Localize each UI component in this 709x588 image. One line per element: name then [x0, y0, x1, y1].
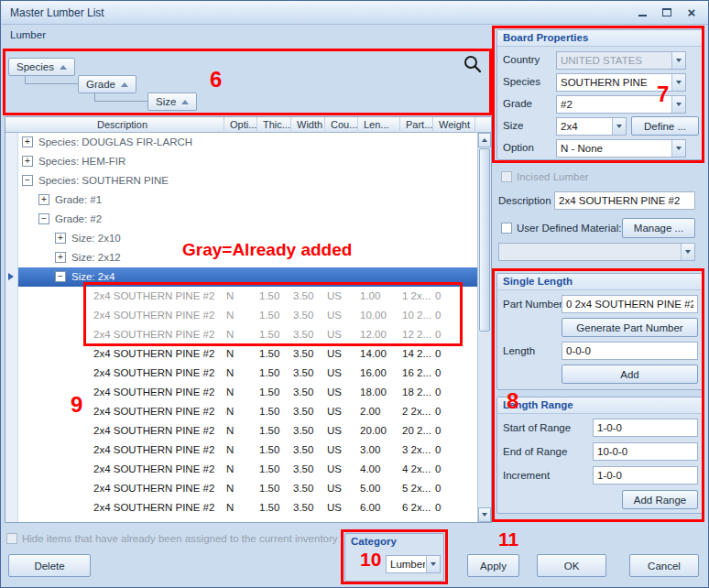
- combo-dropdown-button[interactable]: [671, 96, 685, 113]
- increment-field[interactable]: [593, 466, 698, 485]
- expand-icon[interactable]: +: [55, 233, 66, 244]
- length-range-group: Length Range Start of Range End of Range…: [496, 397, 704, 514]
- row-indicator: [5, 248, 18, 267]
- cancel-button[interactable]: Cancel: [629, 554, 699, 577]
- grade-combo[interactable]: #2: [556, 95, 686, 114]
- hide-assigned-items-checkbox[interactable]: Hide items that have already been assign…: [6, 533, 338, 544]
- category-group: Category Lumber: [344, 533, 444, 582]
- close-button[interactable]: ×: [681, 5, 703, 21]
- add-range-button[interactable]: Add Range: [622, 490, 698, 509]
- group-by-area[interactable]: SpeciesGradeSize: [5, 49, 492, 116]
- combo-dropdown-button[interactable]: [426, 556, 440, 572]
- delete-button[interactable]: Delete: [8, 554, 91, 577]
- apply-button[interactable]: Apply: [467, 554, 519, 577]
- tree-group-row[interactable]: −Grade: #2: [5, 210, 477, 229]
- tree-group-row[interactable]: −Species: SOUTHERN PINE: [5, 171, 477, 191]
- tree-group-row[interactable]: +Grade: #1: [5, 191, 477, 210]
- expand-icon[interactable]: +: [22, 156, 33, 167]
- table-row[interactable]: 2x4 SOUTHERN PINE #2N1.503.50US18.0018 2…: [5, 383, 477, 402]
- tree-group-row[interactable]: +Species: HEM-FIR: [5, 152, 477, 171]
- combo-dropdown-button[interactable]: [671, 140, 685, 157]
- group-by-chip-size[interactable]: Size: [147, 93, 197, 111]
- board-properties-title: Board Properties: [497, 30, 703, 47]
- ok-button[interactable]: OK: [537, 554, 606, 577]
- tree-group-row[interactable]: −Size: 2x4: [5, 267, 477, 287]
- species-combo[interactable]: SOUTHERN PINE: [556, 73, 686, 92]
- minimize-button[interactable]: [631, 5, 653, 21]
- table-row[interactable]: 2x4 SOUTHERN PINE #2N1.503.50US1.001 2x.…: [5, 287, 477, 306]
- expand-icon[interactable]: +: [55, 252, 66, 263]
- cell: 12 2...: [402, 329, 433, 340]
- chip-connector-line: [94, 93, 147, 102]
- group-by-chip-grade[interactable]: Grade: [78, 75, 136, 93]
- table-vertical-scrollbar[interactable]: [477, 133, 491, 522]
- table-row[interactable]: 2x4 SOUTHERN PINE #2N1.503.50US16.0016 2…: [5, 364, 477, 383]
- scrollbar-thumb[interactable]: [479, 148, 490, 332]
- combo-dropdown-button[interactable]: [671, 74, 685, 91]
- maximize-button[interactable]: [656, 5, 678, 21]
- table-row[interactable]: 2x4 SOUTHERN PINE #2N1.503.50US14.0014 2…: [5, 344, 477, 364]
- collapse-icon[interactable]: −: [55, 271, 66, 282]
- user-defined-material-checkbox[interactable]: User Defined Material:: [501, 223, 621, 234]
- row-indicator: [5, 267, 18, 287]
- expand-icon[interactable]: +: [38, 194, 49, 205]
- description-field[interactable]: [554, 191, 695, 210]
- search-icon[interactable]: [463, 54, 483, 74]
- cell: 0: [435, 425, 475, 436]
- column-header-len[interactable]: Len...: [360, 117, 400, 133]
- tree-group-row[interactable]: +Size: 2x12: [5, 248, 477, 267]
- table-row[interactable]: 2x4 SOUTHERN PINE #2N1.503.50US6.006 2x.…: [5, 498, 477, 517]
- table-row[interactable]: 2x4 SOUTHERN PINE #2N1.503.50US2.002 2x.…: [5, 402, 477, 421]
- expand-icon[interactable]: +: [22, 136, 33, 147]
- sort-ascending-icon: [181, 100, 189, 104]
- length-field[interactable]: [562, 342, 698, 360]
- tree-group-row[interactable]: +Species: DOUGLAS FIR-LARCH: [5, 133, 477, 152]
- country-combo[interactable]: UNITED STATES: [556, 51, 686, 70]
- cell: N: [226, 483, 257, 494]
- part-number-field[interactable]: [562, 295, 698, 313]
- combo-dropdown-button[interactable]: [671, 52, 685, 69]
- generate-part-number-button[interactable]: Generate Part Number: [562, 318, 698, 337]
- column-header-cou[interactable]: Cou...: [327, 117, 358, 133]
- add-button[interactable]: Add: [562, 365, 698, 384]
- manage-button[interactable]: Manage ...: [622, 218, 695, 238]
- user-defined-material-combo[interactable]: [498, 243, 695, 261]
- start-of-range-field[interactable]: [593, 419, 698, 437]
- incised-lumber-checkbox[interactable]: Incised Lumber: [501, 171, 589, 182]
- tree-group-row[interactable]: +Size: 2x10: [5, 229, 477, 248]
- column-header-part[interactable]: Part...: [402, 117, 433, 133]
- cell: US: [327, 310, 358, 321]
- cell: 0: [435, 463, 475, 474]
- table-row[interactable]: 2x4 SOUTHERN PINE #2N1.503.50US7.007 2x.…: [5, 517, 477, 522]
- cell: 3.50: [293, 310, 325, 321]
- define-button[interactable]: Define ...: [631, 116, 699, 136]
- size-combo[interactable]: 2x4: [556, 117, 627, 136]
- option-combo[interactable]: N - None: [556, 139, 686, 158]
- combo-dropdown-button[interactable]: [612, 118, 626, 135]
- category-combo[interactable]: Lumber: [386, 555, 441, 573]
- group-row-label: Size: 2x10: [71, 233, 121, 244]
- end-of-range-field[interactable]: [593, 442, 698, 461]
- group-by-chip-species[interactable]: Species: [8, 58, 75, 76]
- cell: US: [327, 387, 358, 397]
- collapse-icon[interactable]: −: [22, 175, 33, 186]
- cell: 20 2...: [402, 425, 433, 436]
- table-row[interactable]: 2x4 SOUTHERN PINE #2N1.503.50US20.0020 2…: [5, 421, 477, 441]
- column-header-opti[interactable]: Opti...: [226, 117, 257, 133]
- column-header-width[interactable]: Width: [293, 117, 325, 133]
- scroll-down-button[interactable]: [478, 507, 491, 522]
- column-header-description[interactable]: Description: [93, 117, 224, 133]
- cell: N: [226, 521, 257, 522]
- cell: 2.00: [360, 406, 400, 417]
- scroll-up-button[interactable]: [478, 133, 491, 147]
- title-bar: Master Lumber List ×: [1, 1, 708, 25]
- column-header-weight[interactable]: Weight: [435, 117, 475, 133]
- column-header-thic[interactable]: Thic...: [259, 117, 291, 133]
- table-row[interactable]: 2x4 SOUTHERN PINE #2N1.503.50US10.0010 2…: [5, 306, 477, 325]
- table-row[interactable]: 2x4 SOUTHERN PINE #2N1.503.50US5.005 2x.…: [5, 479, 477, 498]
- table-row[interactable]: 2x4 SOUTHERN PINE #2N1.503.50US12.0012 2…: [5, 325, 477, 344]
- table-row[interactable]: 2x4 SOUTHERN PINE #2N1.503.50US4.004 2x.…: [5, 460, 477, 479]
- combo-dropdown-button[interactable]: [681, 244, 694, 260]
- table-row[interactable]: 2x4 SOUTHERN PINE #2N1.503.50US3.003 2x.…: [5, 441, 477, 460]
- collapse-icon[interactable]: −: [38, 213, 49, 224]
